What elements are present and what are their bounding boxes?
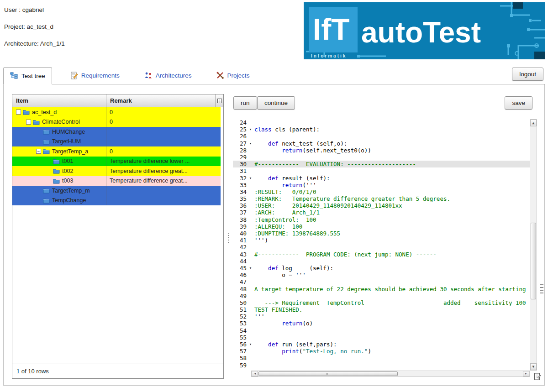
column-chooser-button[interactable] xyxy=(216,94,223,107)
fold-gutter xyxy=(247,313,254,320)
vertical-scrollbar-thumb[interactable] xyxy=(531,223,536,299)
continue-button[interactable]: continue xyxy=(257,96,295,110)
fold-gutter xyxy=(247,320,254,327)
code-line-55[interactable]: 55 xyxy=(233,334,530,341)
tab-architectures[interactable]: Architectures xyxy=(138,67,198,84)
code-line-38[interactable]: 38:TempControl: 100 xyxy=(233,216,530,223)
code-line-25[interactable]: 25▾class cls (parent): xyxy=(233,126,530,133)
tree-item-label: TargetHUM xyxy=(52,138,81,145)
code-line-36[interactable]: 36:USER: 20140429_11480920140429_114801x… xyxy=(233,202,530,209)
column-header-item[interactable]: Item xyxy=(12,94,106,107)
tree-row-t003[interactable]: t003Temperature difference great... xyxy=(12,176,223,186)
tree-row-TargetHUM[interactable]: TargetHUM xyxy=(12,137,223,147)
code-line-57[interactable]: 57 print("Test-Log, no run.") xyxy=(233,348,530,355)
collapse-toggle-icon[interactable]: − xyxy=(36,149,41,154)
code-line-34[interactable]: 34:RESULT: 0/0/1/0 xyxy=(233,188,530,195)
save-button[interactable]: save xyxy=(505,96,532,110)
edit-document-icon[interactable] xyxy=(534,373,541,382)
tree-row-ac_test_d[interactable]: −ac_test_d0 xyxy=(12,107,223,117)
code-line-47[interactable]: 47 xyxy=(233,278,530,285)
code-line-35[interactable]: 35:REMARK: Temperature difference greate… xyxy=(233,195,530,202)
tree-remark-cell xyxy=(106,137,221,147)
tree-row-TargetTemp_m[interactable]: TargetTemp_m xyxy=(12,186,223,196)
tree-row-t002[interactable]: t002Temperature difference great... xyxy=(12,166,223,176)
code-line-45[interactable]: 45▾ def log (self): xyxy=(233,265,530,272)
folder-icon xyxy=(43,188,50,193)
tab-test-tree[interactable]: Test tree xyxy=(3,67,52,84)
fold-gutter xyxy=(247,216,254,223)
tree-remark-cell: Temperature difference great... xyxy=(106,166,221,176)
code-line-50[interactable]: 50 ---> Requirement TempControl added se… xyxy=(233,299,530,306)
session-info: User : cgabriel Project: ac_test_d Archi… xyxy=(4,6,65,57)
code-line-44[interactable]: 44 xyxy=(233,258,530,265)
code-line-58[interactable]: 58 xyxy=(233,355,530,361)
code-line-42[interactable]: 42 xyxy=(233,244,530,251)
column-header-remark[interactable]: Remark xyxy=(106,94,216,107)
code-line-43[interactable]: 43#------------ PROGRAM CODE: (next jump… xyxy=(233,251,530,258)
tree-item-label: TargetTemp_a xyxy=(52,148,88,155)
line-number: 30 xyxy=(233,161,247,167)
fold-toggle-icon[interactable]: ▾ xyxy=(247,341,254,348)
code-area[interactable]: 2425▾class cls (parent):2627▾ def next_t… xyxy=(233,119,530,371)
scroll-down-button[interactable]: ▼ xyxy=(530,363,537,370)
edge-resize-grip[interactable] xyxy=(540,284,543,294)
tree-table-header: Item Remark xyxy=(12,94,223,107)
code-line-54[interactable]: 54 xyxy=(233,327,530,334)
code-line-32[interactable]: 32▾ def result (self): xyxy=(233,175,530,182)
folder-icon xyxy=(53,168,60,174)
code-line-46[interactable]: 46 o = ''' xyxy=(233,272,530,278)
code-line-37[interactable]: 37:ARCH: Arch_1/1 xyxy=(233,209,530,216)
tab-projects[interactable]: Projects xyxy=(210,67,256,84)
code-line-26[interactable]: 26 xyxy=(233,133,530,140)
code-line-39[interactable]: 39:ALLREQU: 100 xyxy=(233,223,530,230)
code-line-56[interactable]: 56▾ def run (self,pars): xyxy=(233,341,530,348)
fold-toggle-icon[interactable]: ▾ xyxy=(247,140,254,147)
tree-row-ClimateControl[interactable]: −ClimateControl0 xyxy=(12,117,223,127)
code-line-59[interactable]: 59 xyxy=(233,362,530,369)
tree-row-TargetTemp_a[interactable]: −TargetTemp_a0 xyxy=(12,146,223,157)
code-line-53[interactable]: 53 return(o) xyxy=(233,320,530,327)
tree-row-HUMChange[interactable]: HUMChange xyxy=(12,127,223,137)
scroll-right-button[interactable]: ► xyxy=(523,371,529,376)
code-line-30[interactable]: 30#------------ EVALUATION: ------------… xyxy=(233,161,530,167)
code-line-31[interactable]: 31 xyxy=(233,167,530,174)
code-line-24[interactable]: 24 xyxy=(233,119,530,126)
code-line-33[interactable]: 33 return(''' xyxy=(233,182,530,188)
code-text: return(''' xyxy=(254,182,316,188)
tree-row-t001[interactable]: t001Temperature difference lower ... xyxy=(12,157,223,167)
code-line-41[interactable]: 41''') xyxy=(233,237,530,244)
code-text: ''') xyxy=(254,237,268,244)
code-line-51[interactable]: 51TEST FINISHED. xyxy=(233,306,530,313)
code-line-28[interactable]: 28 return(self.next_test0(o)) xyxy=(233,147,530,154)
fold-toggle-icon[interactable]: ▾ xyxy=(247,126,254,133)
fold-gutter xyxy=(247,202,254,209)
code-line-40[interactable]: 40:DUMPTIME: 1398764889.555 xyxy=(233,230,530,237)
fold-toggle-icon[interactable]: ▾ xyxy=(247,265,254,272)
code-line-48[interactable]: 48A target temperature of 22 degrees sho… xyxy=(233,286,530,293)
folder-icon xyxy=(43,198,50,204)
run-button[interactable]: run xyxy=(233,96,257,110)
line-number: 46 xyxy=(233,272,247,278)
code-line-52[interactable]: 52''' xyxy=(233,313,530,320)
tab-requirements[interactable]: Requirements xyxy=(64,67,126,84)
scroll-up-button[interactable]: ▲ xyxy=(530,120,537,126)
tree-rows: −ac_test_d0−ClimateControl0HUMChangeTarg… xyxy=(12,107,223,205)
logout-button[interactable]: logout xyxy=(512,68,543,81)
code-line-29[interactable]: 29 xyxy=(233,154,530,161)
fold-toggle-icon[interactable]: ▾ xyxy=(247,175,254,182)
code-line-49[interactable]: 49 xyxy=(233,293,530,299)
scroll-left-button[interactable]: ◄ xyxy=(252,371,258,376)
tree-remark-cell xyxy=(106,127,221,137)
vertical-scrollbar[interactable]: ▲ ▼ xyxy=(530,119,537,371)
horizontal-scrollbar-thumb[interactable] xyxy=(258,371,398,376)
horizontal-scrollbar[interactable]: ◄ ► xyxy=(251,371,530,377)
logo-graphic: IfT Informatik autoTest xyxy=(304,2,545,59)
tree-row-TempChange[interactable]: TempChange xyxy=(12,196,223,206)
panel-splitter-handle[interactable] xyxy=(227,233,230,243)
collapse-toggle-icon[interactable]: − xyxy=(26,120,31,125)
code-editor[interactable]: 2425▾class cls (parent):2627▾ def next_t… xyxy=(233,119,537,377)
fold-gutter xyxy=(247,258,254,265)
folder-icon xyxy=(23,109,30,115)
code-line-27[interactable]: 27▾ def next_test (self,o): xyxy=(233,140,530,147)
collapse-toggle-icon[interactable]: − xyxy=(16,110,21,115)
